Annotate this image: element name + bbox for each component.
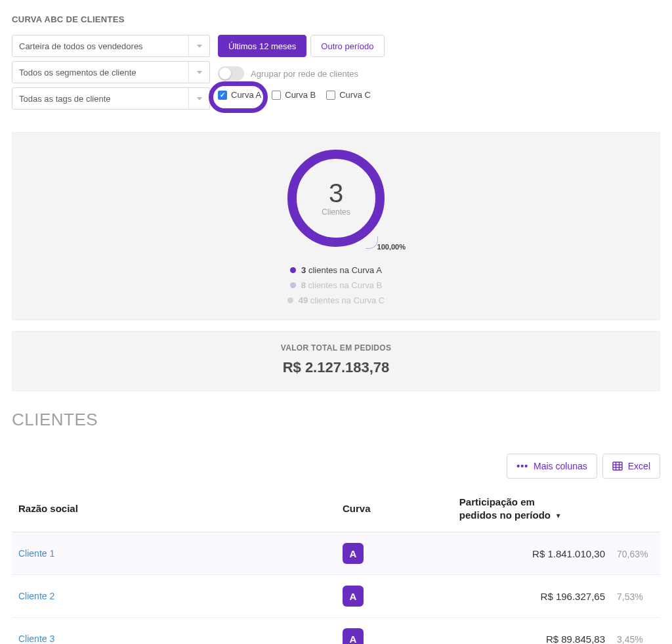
- curve-c-label: Curva C: [339, 90, 371, 100]
- group-by-network-toggle[interactable]: [218, 66, 244, 81]
- donut-center-label: Clientes: [322, 207, 350, 217]
- total-label: VALOR TOTAL EM PEDIDOS: [12, 343, 660, 353]
- row-amount: R$ 89.845,83: [546, 633, 605, 645]
- curve-a-label: Curva A: [231, 90, 261, 100]
- segment-select[interactable]: Todos os segmentos de cliente: [12, 61, 210, 83]
- legend-dot-icon: [290, 267, 296, 273]
- period-other-button[interactable]: Outro período: [310, 35, 384, 57]
- col-header-participation[interactable]: Participação em pedidos no período ▼: [453, 488, 660, 532]
- curve-checkboxes: Curva A Curva B Curva C: [218, 90, 385, 100]
- checkbox-icon: [218, 91, 227, 100]
- group-by-network-label: Agrupar por rede de clientes: [251, 69, 358, 79]
- wallet-select[interactable]: Carteira de todos os vendedores: [12, 35, 210, 57]
- table-row: Cliente 2 A R$ 196.327,657,53%: [12, 575, 660, 618]
- row-percent: 70,63%: [617, 549, 654, 559]
- tags-select[interactable]: Todas as tags de cliente: [12, 87, 210, 110]
- chevron-down-icon: [188, 35, 209, 56]
- row-percent: 7,53%: [617, 591, 654, 602]
- svg-rect-0: [613, 462, 622, 470]
- clients-table: Razão social Curva Participação em pedid…: [12, 488, 660, 644]
- tags-select-label: Todas as tags de cliente: [12, 94, 188, 104]
- legend-row-a: 3 clientes na Curva A: [290, 265, 382, 275]
- client-link[interactable]: Cliente 3: [18, 633, 54, 644]
- curve-badge: A: [343, 543, 364, 564]
- curve-b-label: Curva B: [285, 90, 316, 100]
- donut-chart: 3 Clientes 100,00%: [287, 150, 385, 247]
- donut-slice-percent: 100,00%: [377, 243, 406, 251]
- table-icon: [612, 461, 623, 471]
- more-icon: •••: [516, 461, 528, 471]
- row-percent: 3,45%: [617, 634, 654, 645]
- donut-center-value: 3: [329, 180, 343, 206]
- period-last-12-months-button[interactable]: Últimos 12 meses: [218, 35, 306, 57]
- chart-legend: 3 clientes na Curva A 8 clientes na Curv…: [287, 265, 385, 305]
- row-amount: R$ 1.841.010,30: [532, 548, 605, 559]
- chevron-down-icon: [188, 88, 209, 109]
- checkbox-icon: [326, 91, 335, 100]
- legend-row-c: 49 clientes na Curva C: [287, 295, 385, 305]
- more-columns-label: Mais colunas: [534, 461, 587, 471]
- curve-a-checkbox[interactable]: Curva A: [218, 90, 261, 100]
- filters-area: Carteira de todos os vendedores Todos os…: [12, 35, 660, 110]
- checkbox-icon: [272, 91, 281, 100]
- segment-select-label: Todos os segmentos de cliente: [12, 68, 188, 77]
- row-amount: R$ 196.327,65: [541, 591, 605, 602]
- clients-section-title: CLIENTES: [12, 410, 660, 430]
- total-value: R$ 2.127.183,78: [12, 359, 660, 376]
- curve-c-checkbox[interactable]: Curva C: [326, 90, 371, 100]
- page-title: CURVA ABC DE CLIENTES: [12, 14, 660, 24]
- chart-panel: 3 Clientes 100,00% 3 clientes na Curva A…: [12, 132, 660, 320]
- export-excel-button[interactable]: Excel: [602, 454, 660, 479]
- more-columns-button[interactable]: ••• Mais colunas: [507, 454, 597, 479]
- export-excel-label: Excel: [628, 461, 650, 471]
- curve-b-checkbox[interactable]: Curva B: [272, 90, 316, 100]
- legend-row-b: 8 clientes na Curva B: [290, 280, 383, 290]
- period-buttons: Últimos 12 meses Outro período: [218, 35, 385, 57]
- total-orders-panel: VALOR TOTAL EM PEDIDOS R$ 2.127.183,78: [12, 331, 660, 391]
- col-header-name[interactable]: Razão social: [12, 488, 336, 532]
- col-header-curve[interactable]: Curva: [336, 488, 453, 532]
- curve-badge: A: [343, 628, 364, 644]
- legend-dot-icon: [287, 297, 293, 303]
- legend-dot-icon: [290, 282, 296, 288]
- table-row: Cliente 1 A R$ 1.841.010,3070,63%: [12, 532, 660, 575]
- chevron-down-icon: [188, 62, 209, 83]
- wallet-select-label: Carteira de todos os vendedores: [12, 41, 188, 51]
- client-link[interactable]: Cliente 2: [18, 591, 54, 601]
- client-link[interactable]: Cliente 1: [18, 548, 54, 559]
- sort-desc-icon: ▼: [553, 512, 562, 519]
- table-row: Cliente 3 A R$ 89.845,833,45%: [12, 618, 660, 645]
- curve-badge: A: [343, 586, 364, 607]
